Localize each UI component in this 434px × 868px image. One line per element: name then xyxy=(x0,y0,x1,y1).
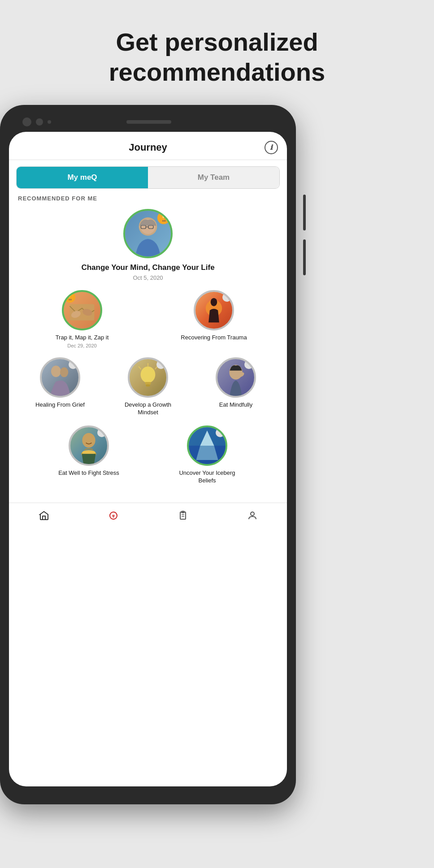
course-item-iceberg[interactable]: Uncover Your Iceberg Beliefs xyxy=(174,425,241,485)
course-avatar-growth xyxy=(128,357,168,398)
course-avatar-iceberg xyxy=(187,425,227,466)
nav-clipboard[interactable] xyxy=(177,509,189,522)
course-title-growth: Develop a Growth Mindset xyxy=(114,401,182,417)
page-header: Get personalized recommendations xyxy=(0,0,434,105)
featured-date: Oct 5, 2020 xyxy=(133,274,163,281)
tab-my-team[interactable]: My Team xyxy=(148,167,279,188)
course-title-iceberg: Uncover Your Iceberg Beliefs xyxy=(174,469,241,485)
side-button xyxy=(303,195,306,230)
svg-point-12 xyxy=(141,367,156,383)
svg-point-11 xyxy=(60,368,68,378)
course-title-eatwell: Eat Well to Fight Stress xyxy=(58,469,119,477)
course-date-trap: Dec 29, 2020 xyxy=(67,343,96,348)
course-item-mindfully[interactable]: Eat Mindfully xyxy=(202,357,269,417)
status-dot-grief xyxy=(69,360,78,369)
svg-rect-13 xyxy=(145,382,151,384)
course-item-grief[interactable]: Healing From Grief xyxy=(26,357,94,417)
course-avatar-mindfully xyxy=(216,357,256,398)
course-item-growth[interactable]: Develop a Growth Mindset xyxy=(114,357,182,417)
camera-dot-2 xyxy=(36,118,43,126)
phone-frame: Journey ℹ My meQ My Team RECOMMENDED FOR… xyxy=(0,105,296,804)
clipboard-icon xyxy=(177,509,189,522)
svg-point-10 xyxy=(51,366,61,378)
course-avatar-grief xyxy=(40,357,80,398)
status-dot-iceberg xyxy=(216,428,225,437)
side-button2 xyxy=(303,239,306,275)
course-avatar-eatwell xyxy=(69,425,109,466)
trophy-icon xyxy=(107,509,120,522)
courses-row-2: Healing From Grief xyxy=(16,357,280,417)
svg-line-15 xyxy=(139,367,141,369)
course-item-trap[interactable]: 🏆 Trap it, Map it, Zap it Dec xyxy=(48,290,116,348)
course-title-mindfully: Eat Mindfully xyxy=(219,401,252,409)
phone-screen: Journey ℹ My meQ My Team RECOMMENDED FOR… xyxy=(9,132,287,786)
camera-pill xyxy=(48,120,51,124)
nav-trophy[interactable] xyxy=(107,509,120,522)
app-content: RECOMMENDED FOR ME 🏆 xyxy=(9,195,287,503)
tab-my-meq[interactable]: My meQ xyxy=(17,167,148,188)
svg-rect-14 xyxy=(146,385,150,387)
featured-course[interactable]: 🏆 xyxy=(16,209,280,281)
course-avatar-trap: 🏆 xyxy=(62,290,102,330)
page-title: Get personalized recommendations xyxy=(36,27,398,87)
app-title: Journey xyxy=(129,142,167,153)
nav-profile[interactable] xyxy=(246,509,259,522)
phone-top-bar xyxy=(9,114,287,132)
status-dot-growth xyxy=(156,360,165,369)
courses-row-1: 🏆 Trap it, Map it, Zap it Dec xyxy=(16,290,280,348)
home-icon xyxy=(38,509,50,522)
featured-avatar: 🏆 xyxy=(123,209,173,258)
page-wrapper: Get personalized recommendations Journey… xyxy=(0,0,434,804)
courses-row-3: Eat Well to Fight Stress xyxy=(16,425,280,485)
nav-home[interactable] xyxy=(38,509,50,522)
app-header: Journey ℹ xyxy=(9,132,287,160)
course-item-trauma[interactable]: Recovering From Trauma xyxy=(180,290,247,348)
featured-title: Change Your Mind, Change Your Life xyxy=(81,263,214,273)
course-title-trap: Trap it, Map it, Zap it xyxy=(56,334,109,342)
svg-point-20 xyxy=(82,433,95,448)
camera-area xyxy=(22,117,51,126)
course-title-grief: Healing From Grief xyxy=(35,401,85,409)
status-dot-trauma xyxy=(222,293,231,302)
status-dot-eatwell xyxy=(97,428,106,437)
info-button[interactable]: ℹ xyxy=(265,141,278,154)
section-label: RECOMMENDED FOR ME xyxy=(18,195,278,202)
course-avatar-trauma xyxy=(194,290,234,330)
svg-point-33 xyxy=(251,512,254,516)
tabs-container: My meQ My Team xyxy=(16,166,280,189)
svg-rect-27 xyxy=(43,516,45,520)
course-title-trauma: Recovering From Trauma xyxy=(181,334,247,342)
bottom-nav xyxy=(9,503,287,531)
status-dot-mindfully xyxy=(244,360,253,369)
profile-icon xyxy=(246,509,259,522)
phone-speaker xyxy=(126,120,171,124)
course-item-eatwell[interactable]: Eat Well to Fight Stress xyxy=(55,425,122,485)
camera-dot-1 xyxy=(22,117,31,126)
svg-point-9 xyxy=(211,298,217,306)
